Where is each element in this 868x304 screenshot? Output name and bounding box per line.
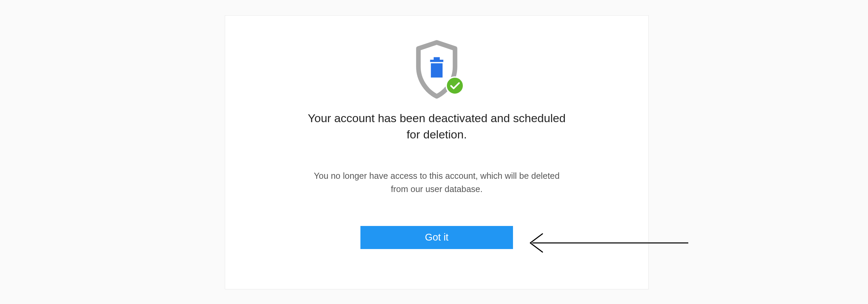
svg-rect-1	[434, 57, 440, 60]
svg-rect-2	[431, 63, 443, 78]
trash-icon	[430, 57, 443, 78]
modal-description: You no longer have access to this accoun…	[311, 169, 562, 196]
got-it-button[interactable]: Got it	[360, 226, 513, 249]
svg-rect-0	[430, 60, 443, 62]
check-badge-icon	[446, 76, 464, 95]
modal-heading: Your account has been deactivated and sc…	[304, 110, 569, 143]
account-deactivated-modal: Your account has been deactivated and sc…	[225, 15, 649, 289]
shield-trash-icon-group	[411, 39, 462, 100]
